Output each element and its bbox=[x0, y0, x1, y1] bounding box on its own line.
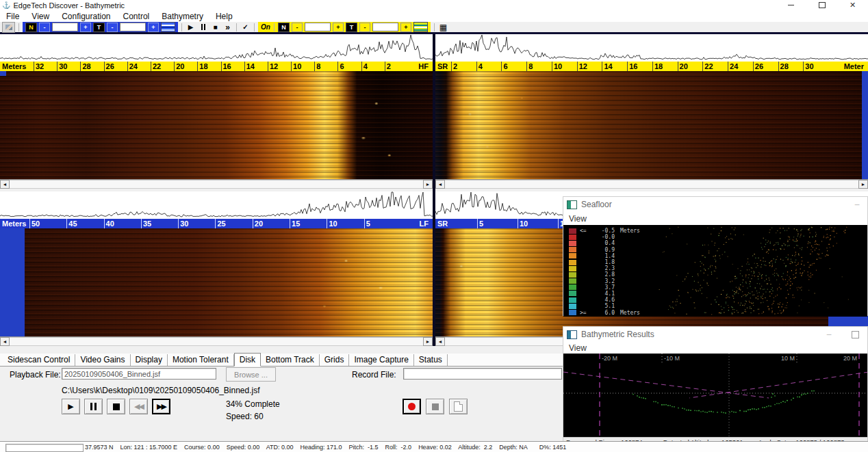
legend-row: 5.1 bbox=[569, 303, 640, 309]
playback-file-input[interactable] bbox=[62, 368, 216, 380]
lf-t-value-input[interactable] bbox=[372, 23, 398, 31]
scrollbar-track[interactable] bbox=[10, 337, 423, 346]
tab-grids[interactable]: Grids bbox=[320, 354, 350, 366]
toolbar-separator bbox=[18, 23, 19, 31]
tab-display[interactable]: Display bbox=[131, 354, 168, 366]
hf-n-minus-button[interactable]: - bbox=[39, 23, 50, 32]
image-capture-tool-button[interactable] bbox=[2, 22, 15, 33]
minimize-button[interactable] bbox=[776, 0, 806, 10]
lf-n-value-input[interactable] bbox=[305, 23, 331, 31]
bathymetric-title-bar[interactable]: Bathymetric Results – bbox=[563, 327, 867, 342]
ruler-end-label: LF bbox=[401, 220, 433, 228]
ruler-tick: 22 bbox=[702, 62, 728, 71]
menu-configuration[interactable]: Configuration bbox=[55, 12, 116, 21]
hf-t-plus-button[interactable]: + bbox=[148, 23, 159, 32]
bathymetric-maximize-icon[interactable] bbox=[852, 331, 859, 338]
rewind-button[interactable]: ◀◀ bbox=[129, 399, 148, 414]
record-file-input[interactable] bbox=[403, 368, 562, 380]
status-bar: 37.9573 N Lon: 121 : 15.7000 E Course: 0… bbox=[0, 441, 868, 452]
lf-t-minus-button[interactable]: - bbox=[359, 23, 370, 32]
stop-button[interactable] bbox=[107, 399, 125, 414]
scroll-left-icon[interactable]: ◄ bbox=[435, 337, 445, 346]
tab-status[interactable]: Status bbox=[414, 354, 448, 366]
lf-n-plus-button[interactable]: + bbox=[333, 23, 344, 32]
toolbar-play-button[interactable]: ▶ bbox=[186, 23, 196, 32]
legend-color-swatch bbox=[569, 278, 576, 284]
grid-view-button[interactable]: ▦ bbox=[438, 23, 448, 32]
menu-control[interactable]: Control bbox=[117, 12, 156, 21]
toolbar-fastforward-button[interactable]: » bbox=[222, 23, 233, 32]
bathymetric-minimize-icon[interactable]: – bbox=[819, 330, 839, 339]
seafloor-view-menu[interactable]: View bbox=[563, 214, 587, 224]
hf-stbd-scrollbar[interactable]: ◄ ► bbox=[435, 179, 868, 189]
ruler-tick: 10 bbox=[518, 219, 558, 228]
scrollbar-track[interactable] bbox=[10, 180, 423, 189]
hf-port-scrollbar[interactable]: ◄ ► bbox=[0, 179, 433, 189]
ruler-end-label: Meter bbox=[828, 62, 868, 70]
hf-n-value-input[interactable] bbox=[52, 23, 78, 31]
ruler-tick: 6 bbox=[501, 62, 526, 71]
pause-button[interactable] bbox=[84, 399, 103, 414]
ruler-tick: 6 bbox=[337, 62, 361, 71]
ruler-tick: 8 bbox=[526, 62, 552, 71]
lf-bottom-track-icon[interactable] bbox=[413, 22, 428, 32]
seafloor-minimize-icon[interactable]: – bbox=[847, 200, 867, 209]
scroll-left-icon[interactable]: ◄ bbox=[0, 337, 10, 346]
tab-disk[interactable]: Disk bbox=[234, 353, 261, 367]
lf-normalize-button[interactable]: N bbox=[278, 23, 290, 32]
menu-view[interactable]: View bbox=[25, 12, 55, 21]
tab-bottom-track[interactable]: Bottom Track bbox=[261, 354, 320, 366]
lf-port-scrollbar[interactable]: ◄ ► bbox=[0, 336, 433, 346]
legend-row: 0.9 bbox=[569, 247, 640, 253]
ruler-tick: 20 bbox=[678, 62, 703, 71]
legend-color-swatch bbox=[569, 297, 576, 303]
menu-help[interactable]: Help bbox=[209, 12, 239, 21]
hf-t-value-input[interactable] bbox=[120, 23, 146, 31]
scroll-right-icon[interactable]: ► bbox=[423, 337, 433, 346]
play-button[interactable]: ▶ bbox=[62, 399, 80, 414]
fast-forward-button[interactable]: ▶▶ bbox=[152, 399, 170, 414]
scrollbar-track[interactable] bbox=[445, 180, 858, 189]
scroll-right-icon[interactable]: ► bbox=[858, 180, 868, 189]
record-button[interactable] bbox=[403, 399, 421, 414]
record-icon bbox=[408, 403, 416, 410]
menu-file[interactable]: File bbox=[0, 12, 25, 21]
tab-video-gains[interactable]: Video Gains bbox=[75, 354, 130, 366]
lf-n-minus-button[interactable]: - bbox=[292, 23, 303, 32]
tab-motion-tolerant[interactable]: Motion Tolerant bbox=[168, 354, 234, 366]
scroll-left-icon[interactable]: ◄ bbox=[435, 180, 445, 189]
tab-sidescan-control[interactable]: Sidescan Control bbox=[3, 354, 75, 366]
scroll-right-icon[interactable]: ► bbox=[423, 180, 433, 189]
seafloor-title-bar[interactable]: Seafloor – bbox=[563, 197, 867, 212]
toolbar-pause-button[interactable] bbox=[198, 23, 208, 32]
hf-t-minus-button[interactable]: - bbox=[107, 23, 118, 32]
record-controls bbox=[403, 399, 468, 414]
hf-n-plus-button[interactable]: + bbox=[80, 23, 91, 32]
hf-normalize-button[interactable]: N bbox=[25, 23, 37, 32]
hf-bottom-track-icon[interactable] bbox=[161, 22, 175, 32]
ruler-tick: 8 bbox=[314, 62, 337, 71]
bathy-axis-label: -20 M bbox=[602, 355, 629, 362]
scroll-left-icon[interactable]: ◄ bbox=[0, 180, 10, 189]
toolbar-apply-button[interactable]: ✓ bbox=[240, 23, 251, 32]
bathy-axis-label: 10 M bbox=[767, 355, 795, 362]
legend-color-swatch bbox=[569, 247, 576, 252]
close-button[interactable]: ✕ bbox=[837, 0, 868, 10]
pause-icon bbox=[90, 403, 97, 410]
menu-bathymetry[interactable]: Bathymetry bbox=[155, 12, 209, 21]
new-file-button[interactable] bbox=[449, 399, 468, 414]
lf-t-plus-button[interactable]: + bbox=[400, 23, 411, 32]
legend-row: 2.3 bbox=[569, 265, 640, 271]
bathymetric-view-menu[interactable]: View bbox=[563, 343, 587, 353]
lf-port-range-ruler: Meters5045403530252015105LF bbox=[0, 219, 433, 228]
lf-tvg-button[interactable]: T bbox=[346, 23, 357, 32]
maximize-button[interactable] bbox=[806, 0, 837, 10]
hf-tvg-button[interactable]: T bbox=[93, 23, 105, 32]
hf-stbd-range-ruler: SR24681012141618202224262830Meter bbox=[435, 62, 868, 71]
lf-on-toggle[interactable]: On bbox=[261, 23, 270, 31]
record-stop-icon bbox=[432, 403, 439, 410]
browse-button[interactable]: Browse ... bbox=[226, 367, 276, 382]
tab-image-capture[interactable]: Image Capture bbox=[349, 354, 413, 366]
record-stop-button[interactable] bbox=[426, 399, 444, 414]
toolbar-stop-button[interactable]: ■ bbox=[210, 23, 220, 32]
